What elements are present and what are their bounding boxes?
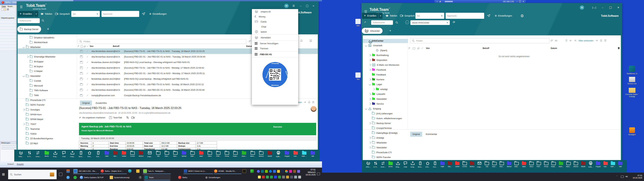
printer-icon[interactable] bbox=[559, 38, 564, 43]
tray-icon-calendar[interactable] bbox=[262, 176, 265, 178]
settings-button[interactable]: ⚙Einstellungen bbox=[495, 13, 512, 19]
dock-item-paypal[interactable]: Paypal bbox=[594, 161, 602, 168]
archive-tab-infocenter[interactable]: Infocenter bbox=[362, 28, 382, 34]
speaker-icon[interactable] bbox=[625, 175, 628, 178]
dock-item-in-tr-[interactable]: In Tr... bbox=[26, 151, 34, 157]
check-icon[interactable]: ✓ bbox=[86, 66, 88, 69]
avatar[interactable]: M bbox=[284, 4, 289, 8]
taskbar-button-beka[interactable]: BeKa bbox=[177, 175, 194, 180]
menu-item-cards[interactable]: Cards bbox=[252, 19, 298, 24]
tree-item-phonesuite-cti[interactable]: PhoneSuite CTI bbox=[363, 150, 408, 155]
mark-unread-button[interactable]: Als ungelesen markieren bbox=[82, 116, 105, 119]
tree-item-zz-bundesnetzagentur[interactable]: ZZ-BundesNetzAgentur bbox=[18, 136, 77, 141]
taskbar-button-wdr-2-h-ren-im-li-[interactable]: WDR 2 hören im Li... bbox=[183, 168, 214, 174]
dock-item-okno[interactable]: Okno bbox=[528, 161, 535, 168]
dock-item-h&r-[interactable]: H&R ... bbox=[300, 151, 308, 157]
tree-item-erledigt[interactable]: Erledigt bbox=[363, 136, 408, 140]
paperclip-icon[interactable] bbox=[550, 39, 553, 42]
column-betreff[interactable]: Betreff bbox=[113, 45, 120, 48]
dock-item-m&s[interactable]: M&S bbox=[197, 151, 205, 157]
dock-item-stein-[interactable]: Stein... bbox=[240, 151, 248, 157]
menu-item-fbd-dc-01[interactable]: FBD-DC-01 bbox=[252, 52, 298, 57]
sidebar-hamburger-icon[interactable]: ☰ bbox=[20, 5, 23, 9]
tray-icon-netmon[interactable] bbox=[294, 176, 297, 178]
taskbar-button-home-mozilla-fir-[interactable]: HOME - Mozilla Fir... bbox=[213, 168, 242, 174]
taskbar-button-192-168-2-231-re-[interactable]: 192.168.2.231 - Re... bbox=[72, 168, 100, 174]
tree-item--aa-lieferungen[interactable]: [AA] Lieferungen bbox=[363, 111, 408, 116]
recipient-select[interactable]: An▼ bbox=[71, 11, 100, 17]
menu-item-chayns-id[interactable]: chayns.ID bbox=[252, 9, 298, 14]
presence-globe-icon[interactable] bbox=[520, 14, 524, 18]
dock-item-rade-[interactable]: Rade... bbox=[550, 161, 557, 168]
tree-item-spam-niepel[interactable]: SPAM-Niepel bbox=[18, 117, 77, 122]
chevron-right-icon[interactable] bbox=[369, 142, 371, 144]
taskbar-button-swirlblue[interactable] bbox=[66, 175, 73, 180]
tree-item-spam-horn[interactable]: SPAM-Horn bbox=[18, 112, 77, 117]
tree-item-karriere[interactable]: Karriere bbox=[363, 77, 408, 82]
tree-item-e-mails-von-monteuren[interactable]: E-Mails von Monteuren bbox=[363, 62, 408, 67]
dock-item-h&r[interactable]: H&R bbox=[103, 151, 111, 157]
create-button[interactable]: + Erstellen ▾ bbox=[18, 11, 38, 17]
attach-icon[interactable] bbox=[249, 40, 251, 42]
dock-item-pirnar[interactable]: Pirnar bbox=[223, 151, 231, 157]
video-call-button[interactable]: Gespräch bbox=[55, 11, 70, 17]
paperclip-icon[interactable] bbox=[84, 45, 86, 48]
tray-icon-onedrive[interactable] bbox=[269, 170, 272, 173]
taskbar-button-building[interactable] bbox=[66, 168, 73, 174]
pin-icon[interactable]: ⊣ bbox=[436, 0, 438, 3]
chevron-right-icon[interactable] bbox=[369, 103, 371, 105]
more-menu-icon[interactable]: ☰ bbox=[312, 101, 314, 104]
reply-all-icon[interactable] bbox=[574, 40, 577, 42]
tree-item-autom-emailerinnerungen[interactable]: Autom. eMailerinnerungen bbox=[363, 116, 408, 121]
inspector-row[interactable] bbox=[0, 42, 17, 45]
dock-item-abn-[interactable]: Abn... bbox=[446, 161, 454, 168]
forward-icon[interactable] bbox=[595, 40, 598, 42]
menu-item-chat[interactable]: Chat bbox=[252, 24, 298, 29]
tree-item-service[interactable]: Service bbox=[363, 102, 408, 106]
dock-item-kelle-[interactable]: Kelle... bbox=[274, 151, 282, 157]
dock-item-inter-[interactable]: Inter... bbox=[163, 151, 171, 157]
dock-item-mee-[interactable]: Mee... bbox=[172, 151, 180, 157]
desktop-icon-service-exe[interactable]: Service.exe bbox=[625, 77, 639, 85]
dock-item-ware-[interactable]: Ware... bbox=[565, 161, 572, 168]
chevron-down-icon[interactable]: ▾ bbox=[34, 13, 38, 15]
reply-icon[interactable] bbox=[569, 40, 572, 42]
list-menu-icon[interactable]: ☰ bbox=[310, 39, 312, 42]
tray-icon-av[interactable] bbox=[273, 170, 276, 173]
dock-item-vod-[interactable]: Vod... bbox=[292, 151, 300, 157]
tree-item-newsletter[interactable]: Newsletter bbox=[363, 96, 408, 101]
chevron-right-icon[interactable] bbox=[369, 54, 371, 56]
rdp-close-button[interactable]: ✕ bbox=[522, 0, 524, 3]
dock-item-infoc-[interactable]: Infoc... bbox=[17, 151, 25, 157]
chevron-right-icon[interactable] bbox=[23, 108, 25, 111]
find-bar[interactable]: Finden bbox=[410, 38, 550, 43]
copy-icon[interactable] bbox=[1, 8, 3, 11]
note-icon[interactable] bbox=[413, 48, 415, 50]
archive-tab-backup-server[interactable]: Backup.Server bbox=[17, 26, 41, 32]
check-icon[interactable]: ✓ bbox=[86, 89, 88, 91]
tree-item-todo[interactable]: TODO bbox=[18, 132, 77, 136]
column-betreff[interactable]: Betreff bbox=[483, 47, 489, 50]
tree-item-tdot[interactable]: TDOT bbox=[18, 122, 77, 126]
phone-button[interactable]: ☎Telefon bbox=[386, 13, 397, 19]
dock-item-uwni[interactable]: UWNI bbox=[120, 151, 128, 157]
dock-item-weinor[interactable]: Weinor bbox=[572, 161, 580, 168]
send-icon[interactable] bbox=[142, 12, 146, 16]
chevron-right-icon[interactable] bbox=[23, 123, 25, 125]
tree-item-zz-mp3[interactable]: ZZ-Mp3 bbox=[18, 141, 77, 146]
tray-icon-cube[interactable] bbox=[289, 170, 292, 173]
chevron-right-icon[interactable] bbox=[369, 69, 371, 71]
tray-icon-toolbox[interactable] bbox=[286, 176, 289, 178]
taskbar-button-beka-updates-setup[interactable]: BeKa.Updates.SETUP bbox=[79, 175, 109, 180]
taskbar-button-lightning[interactable] bbox=[250, 168, 257, 174]
inspector-row[interactable] bbox=[0, 24, 17, 27]
dock-item-abn-[interactable]: Abn... bbox=[111, 151, 120, 157]
check-icon[interactable]: ✓ bbox=[86, 50, 88, 52]
dock-item-buha[interactable]: BuHa bbox=[43, 151, 51, 157]
sender-avatar[interactable] bbox=[311, 106, 316, 112]
dock-item-stein-[interactable]: Stein... bbox=[557, 161, 565, 168]
dock-item-michel[interactable]: Michel bbox=[506, 161, 513, 168]
taskbar-button-einstellungen[interactable]: ⚙Einstellungen bbox=[204, 175, 230, 180]
dock-item-m&s[interactable]: M&S bbox=[520, 161, 528, 168]
tree-item-sepa-transfer[interactable]: SEPA-Transfer bbox=[18, 102, 77, 107]
